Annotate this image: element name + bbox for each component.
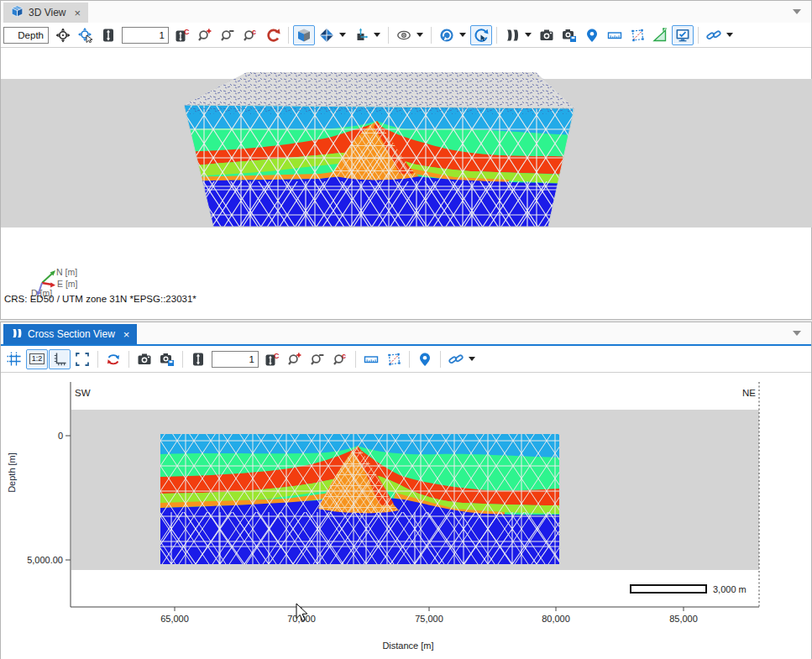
view-direction-button[interactable]: [316, 25, 338, 45]
zoom-out-button[interactable]: [217, 25, 238, 45]
fence-section-icon: [11, 327, 23, 342]
east-axis-icon: [50, 283, 55, 288]
measure-area-button[interactable]: [626, 25, 648, 45]
camera-save-icon: [160, 352, 175, 367]
viewport-cross-section[interactable]: SW NE 0 5,000.00 Depth [m] 65,000 70,000…: [1, 373, 811, 659]
separator: [288, 27, 289, 44]
triad-e-label: E [m]: [57, 279, 78, 289]
polygon-measure-icon: [630, 28, 645, 43]
measure-area-button[interactable]: [383, 349, 405, 369]
tab-list-dropdown-icon[interactable]: [793, 331, 801, 336]
map-pin-icon: [584, 28, 600, 43]
rotate-mode-button[interactable]: [436, 25, 458, 45]
ruler-icon: [607, 28, 622, 43]
section-fence-button[interactable]: [501, 25, 523, 45]
fullscreen-view-button[interactable]: [672, 25, 694, 45]
link-views-button[interactable]: [445, 349, 467, 369]
tabbar-cs: Cross Section View ×: [1, 322, 811, 344]
depth-mode-combo[interactable]: Depth: [3, 27, 49, 44]
zoom-in-button[interactable]: [194, 25, 216, 45]
view-faces-icon: [319, 28, 334, 43]
link-views-button[interactable]: [703, 25, 725, 45]
add-marker-button[interactable]: [414, 349, 436, 369]
camera-icon: [137, 352, 152, 367]
scene-cross-section: SW NE 0 5,000.00 Depth [m] 65,000 70,000…: [1, 373, 812, 659]
map-pin-icon: [417, 352, 432, 367]
zoom-reset-button[interactable]: c: [329, 349, 351, 369]
aspect-ratio-label: 1:2: [29, 353, 45, 364]
view-direction-dropdown-icon[interactable]: [339, 33, 346, 37]
reset-exaggeration-button[interactable]: C: [171, 25, 193, 45]
toggle-grid-button[interactable]: [3, 349, 25, 369]
tab-3d-view[interactable]: 3D View ×: [3, 3, 88, 23]
zoom-out-button[interactable]: [306, 349, 328, 369]
tab-cs-close-icon[interactable]: ×: [123, 329, 130, 340]
zoom-in-icon: [197, 28, 212, 43]
separator: [409, 351, 410, 368]
flip-section-button[interactable]: [102, 349, 124, 369]
interactive-rotate-button[interactable]: [470, 25, 492, 45]
zoom-extents-button[interactable]: [71, 349, 93, 369]
center-on-cursor-button[interactable]: [75, 25, 97, 45]
link-views-dropdown-icon[interactable]: [726, 33, 733, 37]
rotate-mode-dropdown-icon[interactable]: [459, 33, 466, 37]
reset-exaggeration-button[interactable]: C: [261, 349, 283, 369]
vertical-exaggeration-button[interactable]: [97, 25, 119, 45]
toolbar-3d: Depth: [1, 23, 811, 48]
tab-3d-label: 3D View: [29, 7, 65, 18]
vertical-exaggeration-button[interactable]: [187, 349, 209, 369]
flip-rotate-icon: [106, 352, 121, 367]
zoom-in-button[interactable]: [284, 349, 306, 369]
target-cursor-icon: [78, 28, 93, 43]
recenter-target-button[interactable]: [52, 25, 74, 45]
y-tick-0: 0: [58, 431, 63, 441]
separator: [182, 351, 183, 368]
aspect-ratio-button[interactable]: 1:2: [26, 349, 48, 369]
zoom-reset-button[interactable]: c: [239, 25, 261, 45]
separator: [698, 27, 699, 44]
link-icon: [706, 28, 721, 43]
exaggeration-input-cs[interactable]: [212, 351, 259, 368]
axes-display-button[interactable]: [350, 25, 372, 45]
crs-label: CRS: ED50 / UTM zone 31N *EPSG::23031*: [4, 294, 196, 304]
axes-display-dropdown-icon[interactable]: [374, 33, 380, 37]
tab-3d-close-icon[interactable]: ×: [74, 8, 81, 18]
separator: [388, 27, 389, 44]
separator: [97, 351, 98, 368]
x-tick-80000: 80,000: [542, 614, 570, 624]
section-fence-dropdown-icon[interactable]: [525, 33, 532, 37]
measure-angle-button[interactable]: [649, 25, 671, 45]
zoom-reset-icon: c: [243, 28, 258, 43]
add-marker-button[interactable]: [581, 25, 603, 45]
visibility-button[interactable]: [393, 25, 415, 45]
save-snapshot-button[interactable]: [156, 349, 178, 369]
scene-3d: N [m] E [m] D [m] CRS: ED50 / UTM zone 3…: [1, 48, 812, 319]
y-axis-label: Depth [m]: [7, 452, 17, 493]
polygon-measure-icon: [386, 352, 401, 367]
window-3d-view: 3D View × Depth: [0, 0, 812, 320]
x-tick-85000: 85,000: [669, 614, 698, 624]
tabbar-3d: 3D View ×: [1, 1, 811, 23]
svg-text:c: c: [342, 352, 346, 360]
tab-list-dropdown-icon[interactable]: [793, 9, 801, 14]
zoom-in-icon: [287, 352, 302, 367]
visibility-dropdown-icon[interactable]: [416, 33, 423, 37]
link-icon: [448, 352, 464, 367]
toggle-axes-button[interactable]: [49, 349, 71, 369]
snapshot-button[interactable]: [134, 349, 155, 369]
separator: [431, 27, 432, 44]
toolbar-cs: 1:2: [1, 346, 811, 373]
tab-cross-section[interactable]: Cross Section View ×: [3, 324, 137, 344]
measure-distance-button[interactable]: [604, 25, 626, 45]
direction-right-label: NE: [742, 388, 756, 398]
tab-cs-label: Cross Section View: [28, 328, 115, 340]
reset-view-button[interactable]: [262, 25, 284, 45]
snapshot-button[interactable]: [536, 25, 558, 45]
model-front-face: [177, 102, 580, 232]
viewport-3d[interactable]: N [m] E [m] D [m] CRS: ED50 / UTM zone 3…: [1, 48, 811, 319]
exaggeration-input-3d[interactable]: [122, 27, 169, 44]
perspective-cube-button[interactable]: [293, 25, 315, 45]
measure-distance-button[interactable]: [360, 349, 382, 369]
link-views-dropdown-icon[interactable]: [469, 357, 475, 361]
save-snapshot-button[interactable]: [558, 25, 580, 45]
